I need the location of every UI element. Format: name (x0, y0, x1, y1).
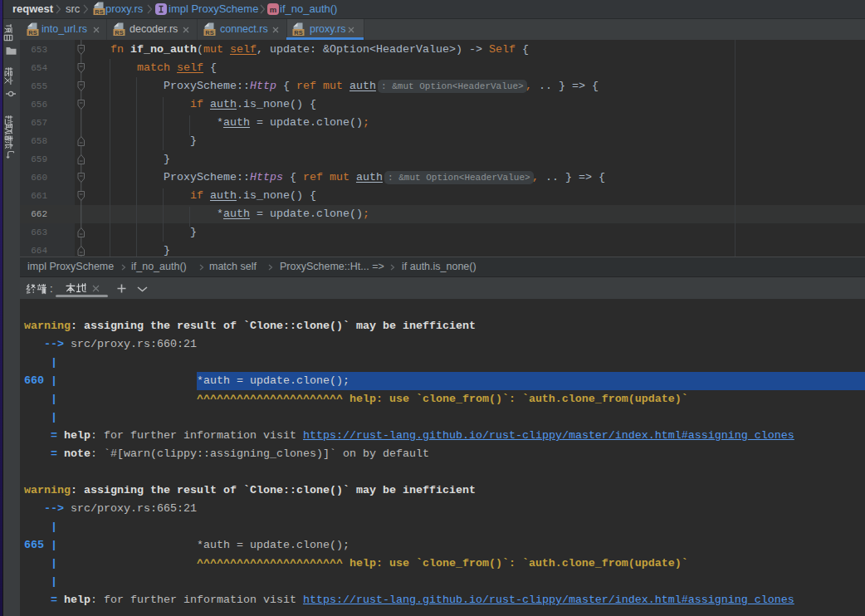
svg-text:m: m (270, 5, 276, 14)
